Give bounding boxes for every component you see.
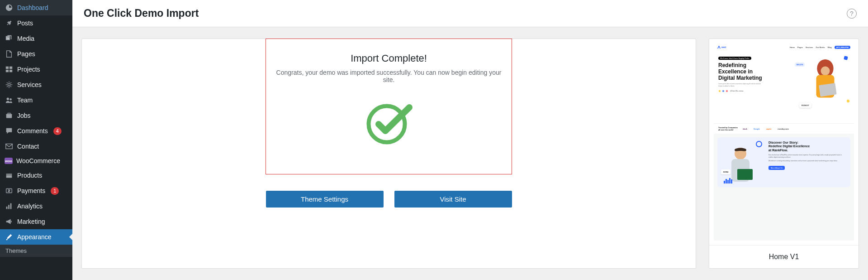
preview-nav: next HomePagesServicesOur WorksBlog (471… (714, 43, 854, 51)
services-icon (5, 80, 14, 89)
preview-hero: We Know, Ideal Users Hugely Prefer Redef… (714, 51, 854, 123)
sidebar-item-payments[interactable]: Payments 1 (0, 183, 72, 198)
sidebar-item-services[interactable]: Services (0, 77, 72, 92)
import-complete-box: Import Complete! Congrats, your demo was… (266, 39, 512, 174)
svg-rect-8 (6, 114, 12, 118)
preview-panel: next HomePagesServicesOur WorksBlog (471… (709, 39, 859, 269)
dashboard-icon (5, 3, 14, 12)
sidebar-item-dashboard[interactable]: Dashboard (0, 0, 72, 15)
pin-icon (5, 19, 14, 28)
visit-site-button[interactable]: Visit Site (394, 191, 512, 208)
sidebar-subitem-themes[interactable]: Themes (0, 245, 72, 257)
payments-icon (5, 186, 14, 195)
svg-rect-14 (10, 203, 12, 209)
payments-badge: 1 (51, 187, 59, 195)
sidebar-item-projects[interactable]: Projects (0, 62, 72, 77)
preview-navlinks: HomePagesServicesOur WorksBlog (790, 46, 832, 48)
sidebar-item-label: Media (17, 35, 34, 42)
preview-story-btn: More About Us (768, 166, 785, 170)
svg-point-5 (8, 83, 10, 86)
svg-rect-9 (6, 144, 12, 149)
svg-point-6 (7, 98, 9, 100)
svg-point-17 (821, 66, 830, 75)
sidebar-item-pages[interactable]: Pages (0, 46, 72, 62)
action-buttons: Theme Settings Visit Site (266, 191, 512, 208)
import-panel: Import Complete! Congrats, your demo was… (81, 39, 696, 269)
preview-story-headline: Discover Our Story: Redefine Digital Exc… (768, 141, 847, 152)
sidebar-item-label: Dashboard (17, 4, 48, 11)
preview-phone: (471) 588-9702 (835, 46, 850, 49)
brush-icon (5, 232, 14, 241)
person-illustration-icon (808, 59, 842, 105)
svg-rect-19 (819, 83, 837, 97)
preview-trust: Trusted by Companies all over the world … (714, 123, 854, 134)
admin-sidebar: Dashboard Posts Media Pages Projects Ser… (0, 0, 72, 280)
products-icon (5, 171, 14, 180)
sidebar-item-marketing[interactable]: Marketing (0, 214, 72, 229)
svg-point-15 (369, 106, 405, 142)
sidebar-item-label: Products (17, 172, 42, 179)
svg-rect-13 (8, 205, 9, 209)
portfolio-icon (5, 65, 14, 74)
content: Import Complete! Congrats, your demo was… (72, 27, 868, 280)
sidebar-item-label: Analytics (17, 203, 43, 210)
page-icon (5, 49, 14, 58)
team-icon (5, 96, 14, 105)
bar-chart-icon (724, 175, 735, 182)
preview-story-badge: $2984 (721, 169, 730, 174)
svg-rect-3 (6, 70, 9, 72)
preview-story: $2984 Discover Our Story: Redefine Digit… (717, 137, 850, 187)
sidebar-item-comments[interactable]: Comments 4 (0, 123, 72, 139)
checkmark-icon (364, 99, 414, 145)
briefcase-icon (5, 111, 14, 120)
preview-stat-b: $1024.57 (799, 103, 811, 108)
comments-icon (5, 126, 14, 135)
sidebar-item-appearance[interactable]: Appearance (0, 229, 72, 245)
email-icon (5, 142, 14, 151)
sidebar-item-posts[interactable]: Posts (0, 15, 72, 31)
svg-point-0 (7, 37, 8, 38)
preview-mockup: next HomePagesServicesOur WorksBlog (471… (714, 43, 854, 241)
preview-chip: We Know, Ideal Users Hugely Prefer (718, 57, 751, 60)
comments-badge: 4 (53, 127, 62, 135)
preview-logo: next (717, 46, 726, 49)
preview-stat-a: $25,215 (795, 63, 805, 67)
analytics-icon (5, 202, 14, 211)
page-title: One Click Demo Import (84, 7, 199, 19)
svg-rect-2 (9, 67, 12, 69)
sidebar-item-label: Comments (17, 127, 48, 135)
sidebar-item-label: Contact (17, 143, 39, 150)
sidebar-item-label: Services (17, 81, 42, 88)
sidebar-item-jobs[interactable]: Jobs (0, 108, 72, 123)
theme-settings-button[interactable]: Theme Settings (266, 191, 384, 208)
svg-rect-12 (6, 207, 8, 209)
sidebar-item-label: Pages (17, 50, 35, 58)
sidebar-item-analytics[interactable]: Analytics (0, 198, 72, 214)
sidebar-item-label: Marketing (17, 218, 45, 225)
sidebar-item-products[interactable]: Products (0, 168, 72, 183)
sidebar-item-woocommerce[interactable]: woo WooCommerce (0, 154, 72, 168)
svg-rect-10 (6, 174, 12, 178)
sidebar-item-contact[interactable]: Contact (0, 139, 72, 154)
svg-point-7 (9, 98, 12, 101)
megaphone-icon (5, 217, 14, 226)
sidebar-item-label: Projects (17, 66, 40, 73)
preview-hero-image: $25,215 $1024.57 (795, 53, 851, 116)
sidebar-item-label: Payments (17, 187, 45, 194)
sidebar-item-team[interactable]: Team (0, 92, 72, 108)
sidebar-item-label: Appearance (17, 233, 52, 241)
preview-desc: Lorem ipsum dolor sit amet consectetur a… (718, 83, 764, 87)
woo-icon: woo (5, 158, 13, 164)
sidebar-item-label: WooCommerce (16, 157, 60, 164)
sidebar-item-label: Team (17, 97, 33, 104)
help-icon[interactable]: ? (847, 9, 857, 19)
sidebar-item-media[interactable]: Media (0, 31, 72, 46)
media-icon (5, 34, 14, 43)
sidebar-item-label: Posts (17, 19, 33, 27)
main-area: One Click Demo Import ? Import Complete!… (72, 0, 868, 280)
sidebar-item-label: Jobs (17, 112, 31, 119)
import-subtitle: Congrats, your demo was imported success… (275, 69, 503, 83)
svg-rect-4 (9, 70, 12, 72)
theme-preview: next HomePagesServicesOur WorksBlog (471… (714, 43, 854, 241)
import-title: Import Complete! (351, 53, 427, 64)
